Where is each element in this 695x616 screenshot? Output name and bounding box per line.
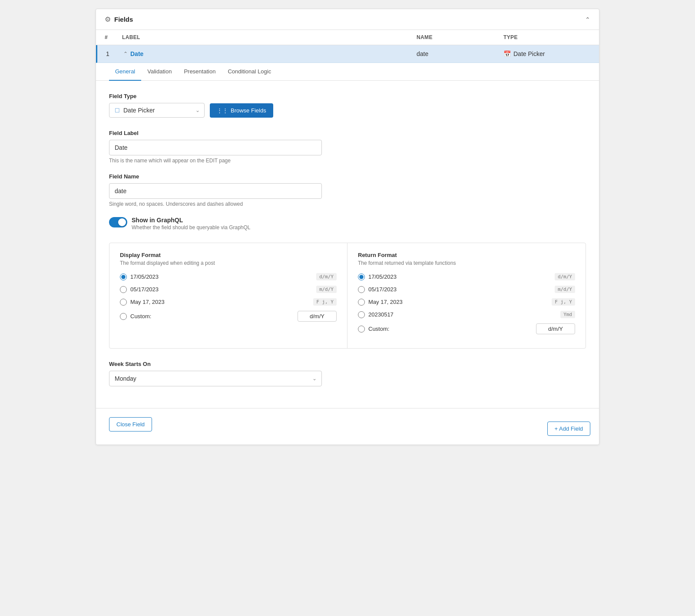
gear-icon: ⚙ <box>105 15 111 23</box>
return-badge-1: m/d/Y <box>555 286 575 293</box>
grid-icon: ⋮⋮ <box>217 107 228 114</box>
graphql-toggle[interactable] <box>109 217 127 227</box>
display-badge-2: F j, Y <box>313 298 337 306</box>
field-name-input[interactable] <box>109 183 322 199</box>
col-type: Type <box>503 34 590 40</box>
browse-fields-button[interactable]: ⋮⋮ Browse Fields <box>210 103 273 118</box>
tab-validation[interactable]: Validation <box>141 63 178 81</box>
display-custom-input[interactable] <box>298 311 337 322</box>
return-format-subtitle: The format returned via template functio… <box>358 260 575 266</box>
field-type-group: Field Type ☐ Date Picker ⌄ ⋮⋮ Browse Fie… <box>109 93 586 118</box>
field-type-select-wrapper: ☐ Date Picker ⌄ <box>109 103 205 118</box>
display-label-0: 17/05/2023 <box>130 273 159 280</box>
tab-conditional-logic[interactable]: Conditional Logic <box>222 63 277 81</box>
col-name: Name <box>417 34 503 40</box>
tab-presentation[interactable]: Presentation <box>178 63 222 81</box>
field-name-group: Field Name Single word, no spaces. Under… <box>109 173 586 207</box>
toggle-label: Show in GraphQL <box>132 217 251 224</box>
return-badge-2: F j, Y <box>552 298 575 306</box>
return-radio-1[interactable] <box>358 286 365 293</box>
week-starts-on-group: Week Starts On Sunday Monday Tuesday Wed… <box>109 361 586 386</box>
field-label-hint: This is the name which will appear on th… <box>109 158 586 164</box>
return-format-title: Return Format <box>358 252 575 258</box>
row-label-cell: ⌃ Date <box>123 50 417 57</box>
return-radio-3[interactable] <box>358 311 365 318</box>
collapse-icon[interactable]: ⌃ <box>585 16 590 23</box>
display-format-title: Display Format <box>120 252 337 258</box>
field-label-group: Field Label This is the name which will … <box>109 130 586 164</box>
display-radio-3[interactable] <box>120 313 127 320</box>
col-num: # <box>105 34 122 40</box>
display-format-section: Display Format The format displayed when… <box>109 243 348 348</box>
fields-title: Fields <box>114 16 133 23</box>
footer-actions: Close Field + Add Field <box>96 408 599 445</box>
return-option-3: 20230517 Ymd <box>358 311 575 318</box>
field-name-heading: Field Name <box>109 173 586 180</box>
return-badge-3: Ymd <box>560 311 575 318</box>
return-custom-input[interactable] <box>536 323 575 334</box>
field-name-hint: Single word, no spaces. Underscores and … <box>109 201 586 207</box>
return-radio-0[interactable] <box>358 273 365 280</box>
return-label-0: 17/05/2023 <box>368 273 397 280</box>
field-type-row: ☐ Date Picker ⌄ ⋮⋮ Browse Fields <box>109 103 586 118</box>
display-option-2: May 17, 2023 F j, Y <box>120 298 337 306</box>
return-option-1: 05/17/2023 m/d/Y <box>358 286 575 293</box>
display-option-3: Custom: <box>120 311 337 322</box>
return-label-4: Custom: <box>368 326 389 332</box>
calendar-icon: 📅 <box>503 50 511 57</box>
fields-header: ⚙ Fields ⌃ <box>96 9 599 30</box>
field-type-select[interactable]: ☐ Date Picker ⌄ <box>109 103 205 118</box>
display-label-1: 05/17/2023 <box>130 286 159 293</box>
display-badge-0: d/m/Y <box>316 273 337 280</box>
display-radio-0[interactable] <box>120 273 127 280</box>
tab-general[interactable]: General <box>109 63 141 81</box>
tabs-bar: General Validation Presentation Conditio… <box>96 63 599 81</box>
table-header: # Label Name Type <box>96 30 599 45</box>
display-option-1: 05/17/2023 m/d/Y <box>120 286 337 293</box>
toggle-label-group: Show in GraphQL Whether the field should… <box>132 217 251 231</box>
field-type-label: Field Type <box>109 93 586 99</box>
row-type-cell: 📅 Date Picker <box>503 50 590 57</box>
row-type: Date Picker <box>513 50 545 57</box>
col-label: Label <box>122 34 417 40</box>
field-label-input[interactable] <box>109 140 322 155</box>
display-radio-1[interactable] <box>120 286 127 293</box>
format-row: Display Format The format displayed when… <box>109 243 586 349</box>
week-starts-on-label: Week Starts On <box>109 361 586 367</box>
close-field-button[interactable]: Close Field <box>109 417 152 432</box>
field-label-heading: Field Label <box>109 130 586 136</box>
row-label[interactable]: Date <box>130 50 143 57</box>
return-radio-2[interactable] <box>358 299 365 306</box>
datepicker-icon: ☐ <box>115 107 120 114</box>
row-expand-icon[interactable]: ⌃ <box>123 51 128 57</box>
select-chevron-icon: ⌄ <box>195 107 200 113</box>
return-label-2: May 17, 2023 <box>368 299 403 305</box>
return-radio-4[interactable] <box>358 326 365 333</box>
main-container: ⚙ Fields ⌃ # Label Name Type 1 ⌃ Date da… <box>96 9 599 445</box>
toggle-hint: Whether the field should be queryable vi… <box>132 224 251 231</box>
week-select[interactable]: Sunday Monday Tuesday Wednesday Thursday… <box>109 371 322 386</box>
field-row: 1 ⌃ Date date 📅 Date Picker <box>96 45 599 63</box>
graphql-toggle-row: Show in GraphQL Whether the field should… <box>109 217 586 231</box>
field-type-value: Date Picker <box>123 107 155 114</box>
row-name: date <box>417 50 503 57</box>
return-format-section: Return Format The format returned via te… <box>348 243 586 348</box>
return-option-0: 17/05/2023 d/m/Y <box>358 273 575 280</box>
return-label-1: 05/17/2023 <box>368 286 397 293</box>
week-select-wrapper: Sunday Monday Tuesday Wednesday Thursday… <box>109 371 322 386</box>
return-option-4: Custom: <box>358 323 575 334</box>
display-label-3: Custom: <box>130 313 151 320</box>
return-badge-0: d/m/Y <box>555 273 575 280</box>
display-format-subtitle: The format displayed when editing a post <box>120 260 337 266</box>
add-field-button[interactable]: + Add Field <box>547 422 590 436</box>
return-label-3: 20230517 <box>368 311 394 318</box>
toggle-knob <box>118 218 126 226</box>
return-option-2: May 17, 2023 F j, Y <box>358 298 575 306</box>
content-area: Field Type ☐ Date Picker ⌄ ⋮⋮ Browse Fie… <box>96 81 599 408</box>
fields-header-left: ⚙ Fields <box>105 15 133 23</box>
browse-fields-label: Browse Fields <box>231 107 266 114</box>
display-option-0: 17/05/2023 d/m/Y <box>120 273 337 280</box>
display-radio-2[interactable] <box>120 299 127 306</box>
display-label-2: May 17, 2023 <box>130 299 165 305</box>
display-badge-1: m/d/Y <box>316 286 337 293</box>
